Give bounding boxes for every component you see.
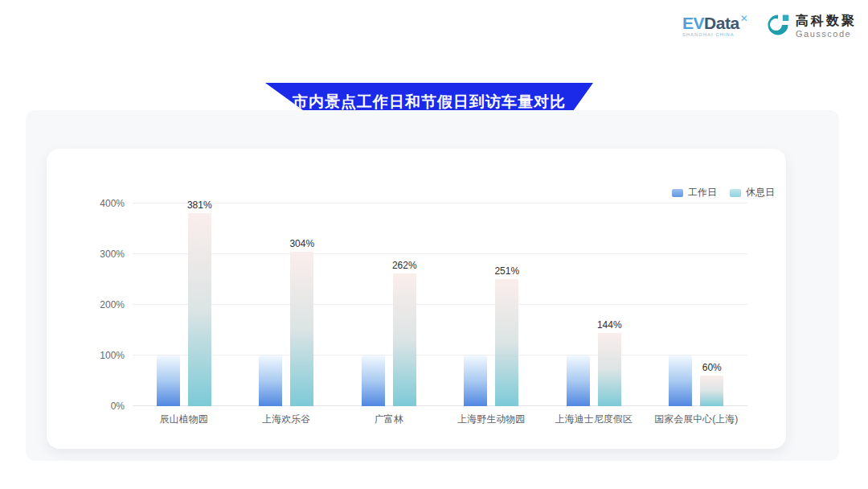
category-label: 上海迪士尼度假区 [555, 413, 633, 426]
bar-group: 304% [259, 252, 313, 406]
bar-工作日 [669, 355, 692, 406]
evdata-ev-text: EV [682, 14, 704, 32]
bar-工作日 [567, 355, 590, 406]
bar-group: 251% [464, 279, 518, 406]
bar-value-label: 60% [702, 362, 722, 373]
y-tick-label: 300% [88, 249, 125, 260]
gausscode-en-text: Gausscode [796, 29, 857, 39]
gridline-300% [133, 253, 747, 254]
gridline-400% [133, 203, 747, 203]
gridline-100% [133, 355, 747, 355]
restday-swatch-icon [730, 189, 741, 197]
y-tick-label: 0% [88, 401, 125, 412]
bar-工作日 [157, 355, 180, 406]
y-tick-label: 100% [88, 350, 125, 361]
legend-item-workday[interactable]: 工作日 [672, 186, 717, 199]
legend-label-workday: 工作日 [688, 186, 717, 199]
gausscode-logo: 高科数聚 Gausscode [766, 13, 857, 40]
y-tick-label: 200% [88, 299, 125, 310]
workday-swatch-icon [672, 189, 683, 197]
bar-休息日: 262% [393, 273, 416, 406]
evdata-logo: EVData✕ SHANGHAI CHINA [682, 14, 755, 39]
x-axis-labels: 辰山植物园上海欢乐谷广富林上海野生动物园上海迪士尼度假区国家会展中心(上海) [133, 413, 747, 425]
category-label: 国家会展中心(上海) [654, 413, 738, 426]
bar-工作日 [464, 355, 487, 406]
bar-group: 381% [157, 213, 211, 406]
bar-value-label: 144% [597, 319, 622, 331]
bar-休息日: 144% [598, 333, 621, 406]
evdata-subtext-right: CHINA [716, 32, 735, 37]
category-label: 辰山植物园 [160, 413, 208, 426]
bar-休息日: 251% [495, 279, 518, 406]
chart-card: 工作日 休息日 0%100%200%300%400%381%304%262%25… [47, 149, 786, 449]
evdata-wordmark: EVData✕ [682, 14, 747, 31]
gridline-200% [133, 304, 747, 305]
legend-item-restday[interactable]: 休息日 [730, 186, 775, 199]
bar-value-label: 251% [494, 265, 519, 277]
category-label: 广富林 [375, 413, 403, 426]
y-tick-label: 400% [88, 198, 125, 209]
category-label: 上海野生动物园 [457, 413, 525, 426]
bar-value-label: 381% [187, 199, 212, 211]
bar-工作日 [259, 355, 282, 406]
bar-休息日: 60% [700, 376, 723, 406]
bar-group: 262% [362, 273, 416, 406]
legend-label-restday: 休息日 [746, 186, 775, 199]
category-label: 上海欢乐谷 [262, 413, 310, 426]
evdata-data-text: Data [704, 14, 739, 32]
bar-group: 144% [567, 333, 621, 406]
bar-休息日: 381% [188, 213, 211, 406]
evdata-subtext: SHANGHAI CHINA [682, 33, 735, 38]
bar-休息日: 304% [290, 252, 313, 406]
gausscode-text: 高科数聚 Gausscode [796, 14, 857, 39]
gausscode-g-icon [766, 13, 790, 40]
bar-value-label: 262% [392, 260, 417, 271]
bar-group: 60% [669, 355, 723, 406]
evdata-x-icon: ✕ [740, 13, 748, 24]
chart-legend: 工作日 休息日 [672, 186, 775, 199]
bar-value-label: 304% [289, 238, 314, 249]
gridline-0% [133, 405, 747, 406]
gausscode-cn-text: 高科数聚 [796, 14, 857, 28]
logo-row: EVData✕ SHANGHAI CHINA 高科数聚 Gausscode [682, 13, 857, 40]
bar-工作日 [362, 355, 385, 406]
plot-area: 0%100%200%300%400%381%304%262%251%144%60… [133, 203, 747, 406]
evdata-subtext-left: SHANGHAI [682, 32, 714, 37]
